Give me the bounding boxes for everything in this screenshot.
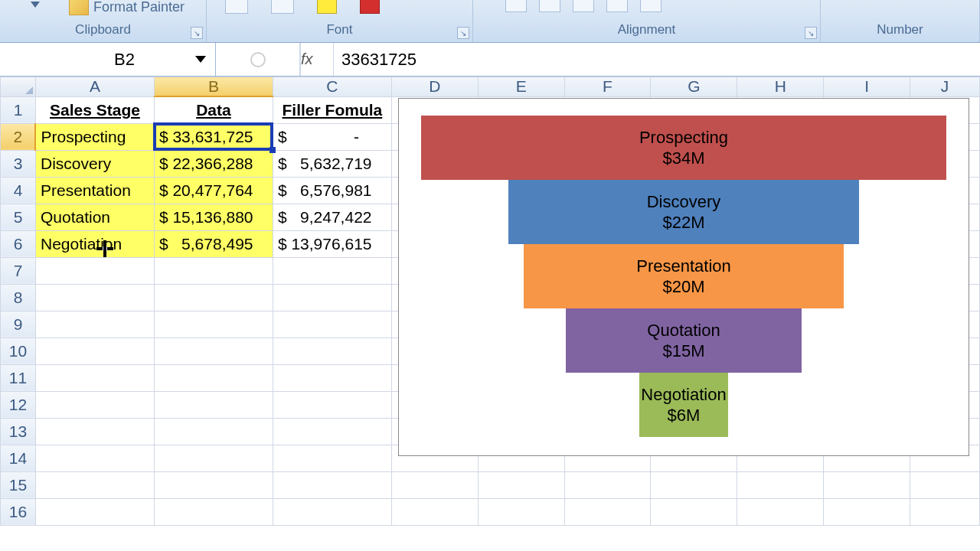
embedded-chart[interactable]: Prospecting $34M Discovery $22M Presenta…	[398, 98, 969, 456]
dialog-launcher-icon[interactable]: ↘	[457, 27, 469, 39]
cell[interactable]	[154, 257, 273, 284]
row-header-4[interactable]: 4	[1, 177, 36, 204]
cell-B6[interactable]: $ 5,678,495	[154, 230, 273, 257]
cell[interactable]	[35, 445, 154, 471]
cell[interactable]	[910, 471, 980, 498]
cell[interactable]	[154, 311, 273, 337]
cell[interactable]	[273, 311, 391, 337]
cell-A2[interactable]: Prospecting	[35, 123, 154, 150]
cell[interactable]	[35, 311, 154, 337]
cell[interactable]	[35, 284, 154, 311]
cell-C5[interactable]: $ 9,247,422	[273, 204, 391, 230]
cell[interactable]	[824, 471, 910, 498]
row-header-2[interactable]: 2	[1, 123, 36, 150]
cell[interactable]	[478, 498, 564, 525]
col-header-H[interactable]: H	[737, 77, 824, 97]
row-header-13[interactable]: 13	[1, 418, 36, 445]
cell[interactable]	[824, 498, 910, 525]
cell[interactable]	[273, 418, 391, 445]
cell[interactable]	[273, 498, 391, 525]
cell-B5[interactable]: $ 15,136,880	[154, 204, 273, 230]
col-header-J[interactable]: J	[910, 77, 980, 97]
cell-C1[interactable]: Filler Fomula	[273, 96, 391, 123]
cell[interactable]	[154, 445, 273, 471]
name-box[interactable]: B2	[0, 43, 216, 76]
fx-button[interactable]: fx	[300, 43, 334, 76]
cell[interactable]	[154, 471, 273, 498]
row-header-10[interactable]: 10	[1, 337, 36, 364]
cell[interactable]	[35, 257, 154, 284]
cell-A4[interactable]: Presentation	[35, 177, 154, 204]
cell[interactable]	[35, 364, 154, 391]
cell[interactable]	[273, 257, 391, 284]
col-header-I[interactable]: I	[824, 77, 910, 97]
row-header-8[interactable]: 8	[1, 284, 36, 311]
cell-B2[interactable]: $ 33,631,725	[154, 123, 273, 150]
cell-B3[interactable]: $ 22,366,288	[154, 150, 273, 177]
cell[interactable]	[35, 391, 154, 418]
cell[interactable]	[910, 498, 980, 525]
funnel-bar-prospecting[interactable]: Prospecting $34M	[421, 116, 946, 180]
cell-A3[interactable]: Discovery	[35, 150, 154, 177]
formula-bar-input[interactable]: 33631725	[334, 43, 980, 76]
row-header-6[interactable]: 6	[1, 230, 36, 257]
funnel-bar-quotation[interactable]: Quotation $15M	[566, 308, 802, 373]
row-header-7[interactable]: 7	[1, 257, 36, 284]
cell[interactable]	[273, 364, 391, 391]
col-header-A[interactable]: A	[35, 77, 154, 97]
cell[interactable]	[564, 471, 651, 498]
row-header-3[interactable]: 3	[1, 150, 36, 177]
dialog-launcher-icon[interactable]: ↘	[805, 27, 817, 39]
cancel-icon[interactable]	[250, 51, 266, 68]
cell[interactable]	[35, 337, 154, 364]
cell[interactable]	[651, 471, 737, 498]
col-header-B[interactable]: B	[154, 77, 273, 97]
cell[interactable]	[154, 391, 273, 418]
cell[interactable]	[273, 445, 391, 471]
cell[interactable]	[478, 471, 564, 498]
cell[interactable]	[154, 498, 273, 525]
cell[interactable]	[154, 364, 273, 391]
row-header-16[interactable]: 16	[1, 498, 36, 525]
cell[interactable]	[154, 418, 273, 445]
cell[interactable]	[35, 418, 154, 445]
cell[interactable]	[737, 471, 824, 498]
col-header-D[interactable]: D	[391, 77, 478, 97]
cell-B1[interactable]: Data	[154, 96, 273, 123]
col-header-G[interactable]: G	[651, 77, 737, 97]
row-header-1[interactable]: 1	[1, 96, 36, 123]
cell-C2[interactable]: $ -	[273, 123, 391, 150]
cell[interactable]	[35, 471, 154, 498]
cell-C4[interactable]: $ 6,576,981	[273, 177, 391, 204]
cell[interactable]	[273, 391, 391, 418]
row-header-14[interactable]: 14	[1, 445, 36, 471]
dialog-launcher-icon[interactable]: ↘	[191, 27, 203, 39]
worksheet-grid[interactable]: A B C D E F G H I J 1 Sales Stage Data F…	[0, 77, 980, 551]
cell[interactable]	[35, 498, 154, 525]
funnel-bar-negotiation[interactable]: Negotiation $6M	[639, 373, 728, 437]
row-header-11[interactable]: 11	[1, 364, 36, 391]
col-header-C[interactable]: C	[273, 77, 391, 97]
cell[interactable]	[154, 337, 273, 364]
cell-C6[interactable]: $ 13,976,615	[273, 230, 391, 257]
cell[interactable]	[154, 284, 273, 311]
cell[interactable]	[737, 498, 824, 525]
cell-B4[interactable]: $ 20,477,764	[154, 177, 273, 204]
cell[interactable]	[273, 471, 391, 498]
funnel-bar-presentation[interactable]: Presentation $20M	[524, 244, 844, 308]
funnel-bar-discovery[interactable]: Discovery $22M	[508, 180, 859, 244]
cell[interactable]	[651, 498, 737, 525]
cell[interactable]	[391, 498, 478, 525]
cell[interactable]	[391, 471, 478, 498]
cell-A1[interactable]: Sales Stage	[35, 96, 154, 123]
row-header-5[interactable]: 5	[1, 204, 36, 230]
col-header-E[interactable]: E	[478, 77, 564, 97]
cell[interactable]	[273, 337, 391, 364]
chevron-down-icon[interactable]	[195, 56, 206, 63]
row-header-12[interactable]: 12	[1, 391, 36, 418]
select-all-corner[interactable]	[1, 77, 36, 97]
cell-C3[interactable]: $ 5,632,719	[273, 150, 391, 177]
col-header-F[interactable]: F	[564, 77, 651, 97]
cell[interactable]	[273, 284, 391, 311]
cell-A6[interactable]: Negotiation	[35, 230, 154, 257]
